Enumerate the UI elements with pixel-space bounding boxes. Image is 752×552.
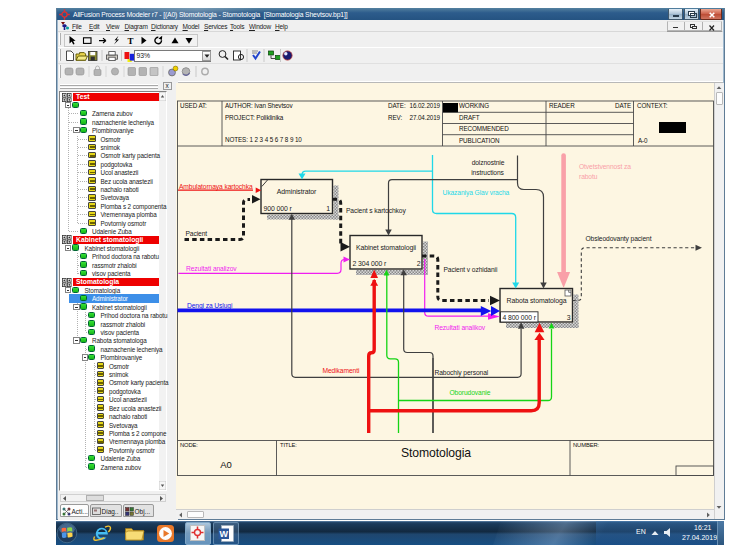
svg-text:Ukazaniya Glav vracha: Ukazaniya Glav vracha [443, 189, 510, 197]
svg-text:AUTHOR: Ivan Shevtsov: AUTHOR: Ivan Shevtsov [225, 102, 293, 109]
svg-text:TITLE:: TITLE: [280, 442, 297, 448]
svg-text:Ambulatornaya kartochka: Ambulatornaya kartochka [179, 183, 253, 191]
svg-text:Stomotologia: Stomotologia [401, 446, 471, 460]
svg-text:Administrator: Administrator [277, 188, 317, 195]
svg-text:Oborudovanie: Oborudovanie [450, 389, 491, 396]
svg-text:Obsleodovanty pacient: Obsleodovanty pacient [586, 235, 652, 243]
svg-text:CONTEXT:: CONTEXT: [637, 102, 668, 109]
svg-text:Rabochiy personal: Rabochiy personal [435, 369, 489, 377]
svg-text:16.02.2019: 16.02.2019 [409, 102, 440, 109]
svg-text:2 304 000 r: 2 304 000 r [353, 260, 388, 267]
svg-text:A-0: A-0 [638, 137, 648, 144]
svg-text:Medikamenti: Medikamenti [323, 367, 360, 374]
svg-text:900 000 r: 900 000 r [264, 205, 293, 212]
svg-text:DATE: DATE [615, 102, 631, 109]
svg-text:PUBLICATION: PUBLICATION [459, 137, 500, 144]
svg-text:Pacient v ozhidanii: Pacient v ozhidanii [444, 266, 498, 273]
svg-text:3: 3 [567, 314, 571, 321]
svg-text:Otvetstvennost za: Otvetstvennost za [579, 163, 631, 170]
svg-text:dolznostnie: dolznostnie [472, 159, 505, 166]
svg-text:Rezultati analizov: Rezultati analizov [186, 265, 237, 272]
svg-text:2: 2 [417, 260, 421, 267]
svg-text:Pacient s kartochkoy: Pacient s kartochkoy [346, 207, 406, 215]
svg-text:Kabinet stomatologii: Kabinet stomatologii [356, 244, 417, 252]
svg-text:USED AT:: USED AT: [180, 102, 207, 109]
svg-text:Rabota stomatologa: Rabota stomatologa [507, 297, 567, 305]
svg-text:NUMBER:: NUMBER: [573, 442, 600, 448]
svg-text:A0: A0 [220, 459, 231, 470]
svg-text:T: T [128, 35, 134, 45]
svg-text:W: W [219, 529, 228, 539]
svg-text:RECOMMENDED: RECOMMENDED [459, 125, 509, 132]
svg-text:NODE:: NODE: [180, 442, 198, 448]
svg-text:DATE:: DATE: [388, 102, 406, 109]
svg-text:WORKING: WORKING [459, 102, 489, 109]
svg-text:READER: READER [549, 102, 575, 109]
svg-text:1: 1 [326, 205, 330, 212]
svg-text:4 800 000 r: 4 800 000 r [503, 314, 537, 321]
svg-text:PROJECT: Poliklinika: PROJECT: Poliklinika [225, 114, 284, 121]
svg-text:Dengi za Uslugi: Dengi za Uslugi [187, 302, 233, 310]
svg-text:REV:: REV: [388, 114, 402, 121]
svg-text:NOTES: 1 2 3 4 5 6 7 8 9 10: NOTES: 1 2 3 4 5 6 7 8 9 10 [225, 136, 302, 143]
svg-text:Rezultati analikov: Rezultati analikov [435, 324, 486, 331]
svg-text:instructions: instructions [471, 169, 504, 176]
svg-text:27.04.2019: 27.04.2019 [409, 114, 440, 121]
svg-text:Pacient: Pacient [186, 230, 208, 237]
svg-text:rabotu: rabotu [579, 173, 598, 180]
svg-text:DRAFT: DRAFT [459, 114, 480, 121]
